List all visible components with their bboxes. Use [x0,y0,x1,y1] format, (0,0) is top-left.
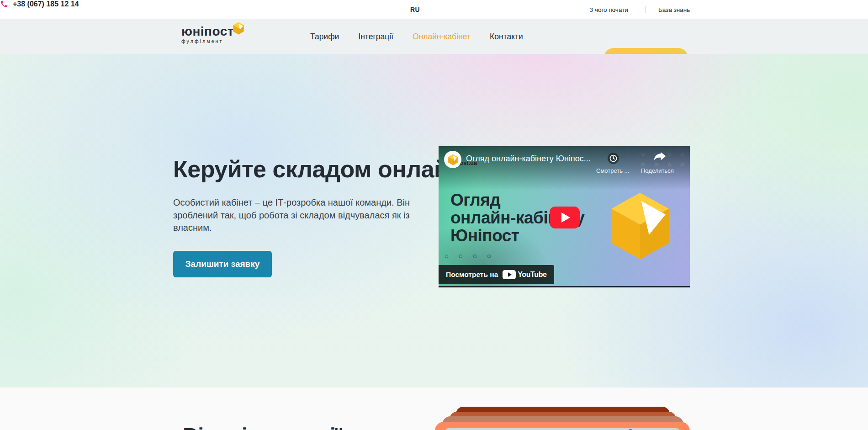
phone-icon [0,0,8,8]
page: RU +38 (067) 185 12 14 З чого почати Баз… [0,0,868,430]
next-section: Відеоінструкції Баланс 1 305,14 ₴ UAH [0,388,868,430]
watch-on-label: Посмотреть на [446,271,498,279]
play-icon [561,212,570,223]
hero-section [0,54,868,388]
section-heading-partial: Відеоінструкції [183,423,342,430]
main-nav: Тарифи Інтеграції Онлайн-кабінет Контакт… [310,19,523,54]
share-icon[interactable] [652,151,667,162]
youtube-logo: YouTube [503,270,546,279]
topbar: RU +38 (067) 185 12 14 З чого почати Баз… [0,0,868,19]
video-title-link[interactable]: Огляд онлайн-кабінету Юніпос... [466,154,612,164]
logo[interactable]: юніпост фулфілмент [181,25,234,44]
watch-on-youtube-link[interactable]: Посмотреть на YouTube [439,265,554,284]
nav-item-online-cabinet[interactable]: Онлайн-кабінет [413,32,471,42]
cabinet-window-preview: Баланс 1 305,14 ₴ UAH [445,428,680,430]
hero-title: Керуйте складом онлайн [173,155,463,183]
topbar-link-knowledge-base[interactable]: База знань [658,6,690,13]
leave-request-button[interactable]: Залишити заявку [173,251,272,277]
language-switcher[interactable]: RU [410,6,420,13]
nav-item-tariffs[interactable]: Тарифи [310,32,339,42]
hero-description: Особистий кабінет – це ІТ-розробка нашої… [173,196,432,234]
nav-item-contacts[interactable]: Контакти [490,32,523,42]
youtube-video-player[interactable]: Огляд онлайн-кабінету Юніпост post.ua Ог… [439,146,690,287]
channel-avatar[interactable] [444,151,461,168]
logo-subtitle: фулфілмент [181,38,234,44]
header: юніпост фулфілмент Тарифи Інтеграції Онл… [0,19,868,54]
youtube-play-icon [503,270,516,279]
unipost-cube-icon [608,191,672,260]
share-label[interactable]: Поделиться [641,167,674,174]
phone-number: +38 (067) 185 12 14 [13,0,79,8]
watch-later-icon[interactable] [607,152,619,165]
topbar-divider [646,6,646,13]
phone-link[interactable]: +38 (067) 185 12 14 [0,0,868,8]
play-button[interactable] [550,207,580,228]
logo-text: юніпост [181,25,234,38]
watch-later-label[interactable]: Смотреть ... [596,167,629,174]
nav-item-integrations[interactable]: Інтеграції [358,32,393,42]
topbar-link-start[interactable]: З чого почати [589,6,628,13]
logo-cube-icon [233,22,244,35]
